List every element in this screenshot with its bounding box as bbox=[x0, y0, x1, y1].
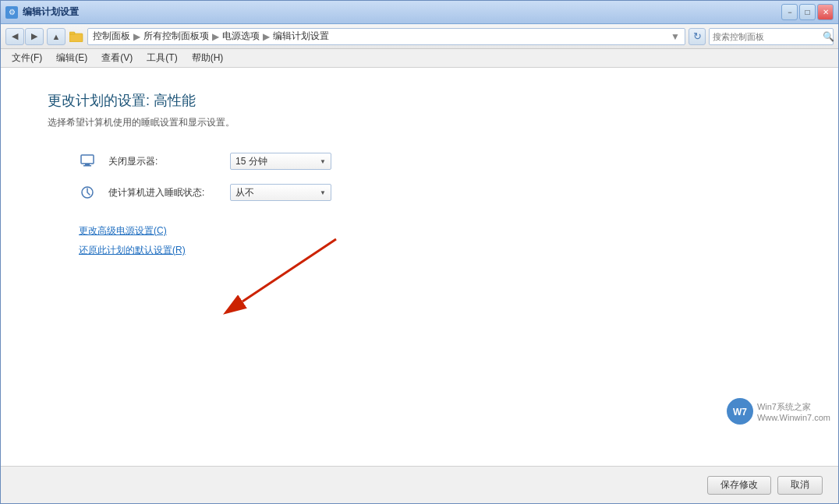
nav-buttons: ◀ ▶ bbox=[5, 28, 44, 45]
save-button[interactable]: 保存修改 bbox=[707, 476, 771, 495]
window-title: 编辑计划设置 bbox=[23, 5, 79, 19]
menu-edit[interactable]: 编辑(E) bbox=[50, 50, 94, 66]
sleep-select-arrow: ▼ bbox=[320, 189, 326, 196]
sleep-setting-label: 使计算机进入睡眠状态: bbox=[108, 186, 218, 199]
svg-rect-3 bbox=[85, 164, 90, 165]
address-bar: ◀ ▶ ▲ 控制面板 ▶ 所有控制面板项 ▶ 电源选项 ▶ 编辑计划设置 ▼ ↻… bbox=[1, 24, 838, 49]
up-button[interactable]: ▲ bbox=[47, 28, 65, 45]
display-setting-row: 关闭显示器: 15 分钟 ▼ bbox=[79, 153, 791, 170]
window-icon: ⚙ bbox=[5, 6, 18, 19]
breadcrumb[interactable]: 控制面板 ▶ 所有控制面板项 ▶ 电源选项 ▶ 编辑计划设置 ▼ bbox=[87, 28, 685, 45]
menu-help[interactable]: 帮助(H) bbox=[186, 50, 230, 66]
breadcrumb-item-2: 所有控制面板项 bbox=[143, 30, 209, 43]
restore-defaults-link[interactable]: 还原此计划的默认设置(R) bbox=[79, 244, 791, 257]
links-area: 更改高级电源设置(C) 还原此计划的默认设置(R) bbox=[79, 224, 791, 257]
title-bar: ⚙ 编辑计划设置 － □ ✕ bbox=[1, 1, 838, 24]
watermark: W7 Win7系统之家 Www.Winwin7.com bbox=[726, 397, 830, 425]
svg-rect-4 bbox=[83, 165, 91, 167]
refresh-button[interactable]: ↻ bbox=[689, 28, 706, 45]
menu-tools[interactable]: 工具(T) bbox=[140, 50, 183, 66]
cancel-button[interactable]: 取消 bbox=[777, 476, 823, 495]
search-icon: 🔍 bbox=[823, 31, 834, 42]
settings-area: 关闭显示器: 15 分钟 ▼ 使计算机进入睡眠状态: 从不 ▼ bbox=[79, 153, 791, 201]
menu-bar: 文件(F) 编辑(E) 查看(V) 工具(T) 帮助(H) bbox=[1, 49, 838, 68]
main-window: ⚙ 编辑计划设置 － □ ✕ ◀ ▶ ▲ 控制面板 ▶ 所有控制面板项 ▶ 电源… bbox=[0, 0, 839, 504]
page-subtitle: 选择希望计算机使用的睡眠设置和显示设置。 bbox=[48, 116, 791, 129]
monitor-icon bbox=[79, 153, 96, 170]
watermark-text: Win7系统之家 Www.Winwin7.com bbox=[757, 401, 830, 422]
watermark-logo: W7 Win7系统之家 Www.Winwin7.com bbox=[726, 397, 830, 425]
breadcrumb-item-4: 编辑计划设置 bbox=[273, 30, 329, 43]
sleep-setting-select[interactable]: 从不 ▼ bbox=[230, 184, 331, 201]
breadcrumb-item-1: 控制面板 bbox=[93, 30, 130, 43]
svg-rect-1 bbox=[69, 32, 75, 34]
menu-file[interactable]: 文件(F) bbox=[5, 50, 48, 66]
title-bar-left: ⚙ 编辑计划设置 bbox=[5, 5, 79, 19]
back-button[interactable]: ◀ bbox=[5, 28, 24, 45]
search-box[interactable]: 🔍 bbox=[709, 28, 834, 45]
menu-view[interactable]: 查看(V) bbox=[95, 50, 139, 66]
svg-rect-0 bbox=[69, 33, 83, 42]
maximize-button[interactable]: □ bbox=[799, 4, 816, 20]
sleep-icon bbox=[79, 184, 96, 201]
sleep-select-value: 从不 bbox=[235, 186, 254, 199]
sleep-setting-row: 使计算机进入睡眠状态: 从不 ▼ bbox=[79, 184, 791, 201]
forward-button[interactable]: ▶ bbox=[25, 28, 44, 45]
bottom-bar: 保存修改 取消 bbox=[1, 466, 838, 503]
page-title: 更改计划的设置: 高性能 bbox=[48, 91, 791, 110]
display-setting-select[interactable]: 15 分钟 ▼ bbox=[230, 153, 331, 170]
advanced-power-link[interactable]: 更改高级电源设置(C) bbox=[79, 224, 791, 238]
minimize-button[interactable]: － bbox=[781, 4, 798, 20]
breadcrumb-item-3: 电源选项 bbox=[222, 30, 260, 43]
svg-rect-2 bbox=[81, 155, 94, 164]
close-button[interactable]: ✕ bbox=[817, 4, 834, 20]
display-setting-label: 关闭显示器: bbox=[108, 155, 218, 168]
display-select-arrow: ▼ bbox=[320, 158, 326, 165]
search-input[interactable] bbox=[713, 32, 820, 41]
content-area: 更改计划的设置: 高性能 选择希望计算机使用的睡眠设置和显示设置。 关闭显示器:… bbox=[1, 68, 838, 466]
display-select-value: 15 分钟 bbox=[235, 155, 267, 168]
svg-text:W7: W7 bbox=[733, 407, 747, 418]
title-bar-controls: － □ ✕ bbox=[781, 4, 834, 20]
folder-icon bbox=[69, 30, 84, 43]
